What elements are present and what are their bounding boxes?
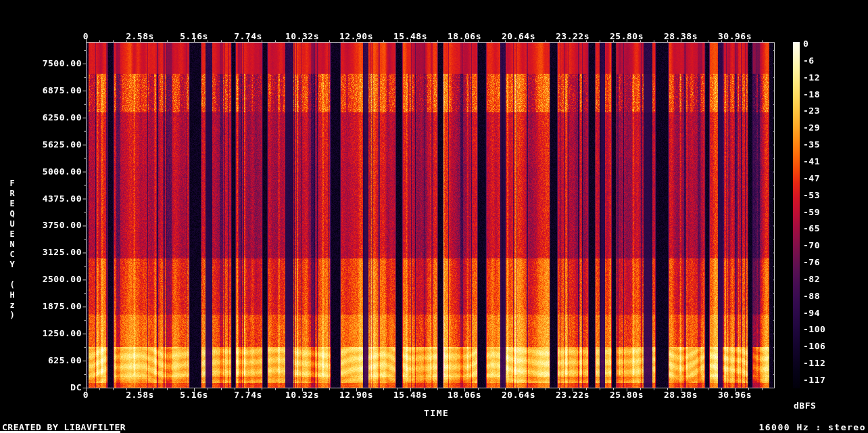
x-axis-tick-label: 20.64s: [502, 390, 535, 400]
stream-info: 16000 Hz : stereo: [758, 422, 866, 432]
x-axis-tick-label: 15.48s: [393, 32, 427, 41]
legend-tick-label: -82: [803, 275, 820, 284]
x-axis-tick-label: 7.74s: [234, 32, 262, 41]
x-axis-tick-label: 28.38s: [664, 390, 698, 400]
x-axis-tick-label: 0: [83, 32, 89, 41]
legend-tick-label: -94: [803, 309, 820, 318]
legend-tick-label: -53: [803, 191, 820, 200]
legend-tick-label: -29: [803, 123, 820, 133]
legend-tick-label: -65: [803, 224, 820, 233]
legend-tick-label: -18: [803, 90, 820, 99]
legend-tick-label: -117: [803, 375, 825, 385]
legend-unit-label: dBFS: [794, 401, 816, 411]
y-axis-tick-label: 7500.00: [0, 59, 82, 68]
legend-tick-label: -112: [803, 359, 825, 368]
y-axis-tick-label: 625.00: [0, 356, 82, 365]
dbfs-color-scale-bar: [793, 42, 800, 388]
x-axis-tick-label: 25.80s: [610, 390, 644, 400]
x-axis-tick-label: 5.16s: [180, 32, 208, 41]
y-axis-title: FREQUENCY (Hz): [8, 179, 16, 321]
legend-tick-label: -6: [803, 56, 815, 66]
x-axis-tick-label: 7.74s: [234, 390, 262, 400]
x-axis-tick-label: 18.06s: [448, 390, 481, 400]
x-axis-tick-label: 23.22s: [556, 390, 589, 400]
legend-tick-label: -47: [803, 174, 820, 183]
legend-tick-label: -41: [803, 157, 820, 166]
legend-tick-label: -100: [803, 325, 825, 334]
x-axis-tick-label: 28.38s: [664, 32, 698, 41]
x-axis-tick-label: 10.32s: [285, 32, 319, 41]
x-axis-tick-label: 23.22s: [556, 32, 589, 41]
legend-tick-label: -106: [803, 342, 825, 351]
x-axis-tick-label: 18.06s: [448, 32, 481, 41]
x-axis-title: TIME: [424, 408, 449, 418]
x-axis-tick-label: 10.32s: [285, 390, 319, 400]
x-axis-tick-label: 30.96s: [718, 390, 752, 400]
y-axis-tick-label: 5000.00: [0, 167, 82, 177]
x-axis-tick-label: 12.90s: [339, 390, 373, 400]
x-axis-tick-label: 2.58s: [126, 390, 154, 400]
legend-tick-label: -12: [803, 73, 820, 83]
x-axis-tick-label: 0: [83, 390, 89, 400]
x-axis-tick-label: 20.64s: [502, 32, 535, 41]
y-axis-tick-label: 1250.00: [0, 329, 82, 338]
spectrogram-plot-canvas: [87, 43, 773, 388]
y-axis-tick-label: 6875.00: [0, 86, 82, 95]
legend-tick-label: -35: [803, 140, 820, 150]
y-axis-tick-label: DC: [0, 383, 82, 392]
spectrogram-window: { "app": { "creator_credit": "CREATED BY…: [0, 0, 868, 433]
x-axis-tick-label: 5.16s: [180, 390, 208, 400]
legend-tick-label: -59: [803, 208, 820, 217]
x-axis-tick-label: 30.96s: [718, 32, 752, 41]
x-axis-tick-label: 15.48s: [393, 390, 427, 400]
legend-tick-label: -76: [803, 258, 820, 267]
legend-tick-label: -88: [803, 292, 820, 301]
x-axis-tick-label: 25.80s: [610, 32, 644, 41]
legend-tick-label: -23: [803, 106, 820, 116]
y-axis-tick-label: 5625.00: [0, 140, 82, 150]
x-axis-tick-label: 2.58s: [126, 32, 154, 41]
x-axis-tick-label: 12.90s: [339, 32, 373, 41]
legend-tick-label: -70: [803, 241, 820, 250]
legend-tick-label: 0: [803, 39, 809, 49]
y-axis-tick-label: 6250.00: [0, 113, 82, 122]
